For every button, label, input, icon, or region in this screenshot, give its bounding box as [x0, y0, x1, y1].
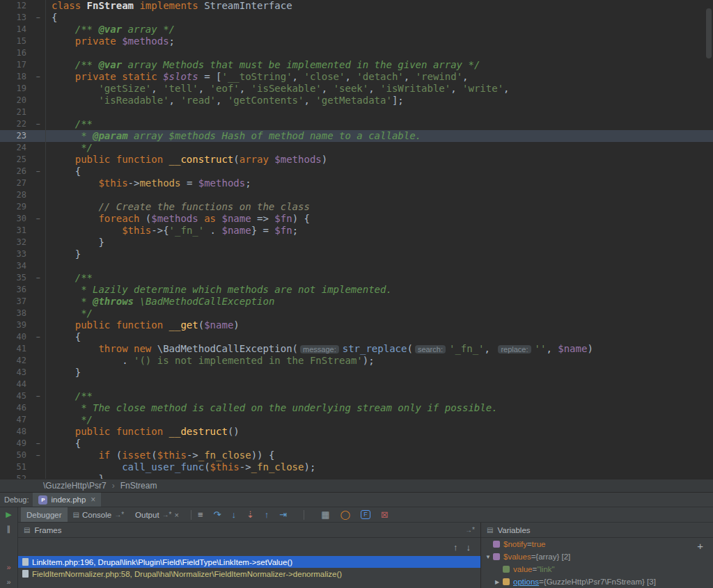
code-line[interactable]: 25 public function __construct(array $me… [0, 154, 713, 166]
line-number[interactable]: 17 [0, 59, 31, 71]
debug-tab-output[interactable]: Output→*× [130, 507, 185, 522]
scroll-to-end-icon[interactable]: →* [465, 526, 475, 534]
code-line[interactable]: 28 [0, 189, 713, 201]
frame-row[interactable]: FieldItemNormalizer.php:58, Drupal\hal\N… [18, 568, 480, 580]
line-number[interactable]: 50 [0, 450, 31, 461]
code-line[interactable]: 20 'isReadable', 'read', 'getContents', … [0, 95, 713, 106]
step-over-icon[interactable]: ↷ [214, 510, 221, 520]
code-line[interactable]: 29 // Create the functions on the class [0, 201, 713, 213]
fold-marker-icon[interactable]: − [31, 71, 46, 83]
line-number[interactable]: 37 [0, 296, 31, 308]
fold-marker-icon[interactable]: − [31, 390, 46, 402]
line-number[interactable]: 23 [0, 130, 31, 142]
fold-marker-icon[interactable]: − [31, 272, 46, 284]
line-number[interactable]: 40 [0, 331, 31, 343]
code-line[interactable]: 36 * Lazily determine which methods are … [0, 284, 713, 296]
code-line[interactable]: 51 call_user_func($this->_fn_close); [0, 461, 713, 473]
code-line[interactable]: 16 [0, 47, 713, 59]
line-number[interactable]: 31 [0, 225, 31, 237]
previous-frame-icon[interactable]: ↑ [453, 542, 458, 553]
code-line[interactable]: 19 'getSize', 'tell', 'eof', 'isSeekable… [0, 83, 713, 95]
orange-ring-icon[interactable]: ◯ [340, 510, 351, 520]
code-line[interactable]: 24 */ [0, 142, 713, 154]
line-number[interactable]: 39 [0, 319, 31, 331]
variable-row[interactable]: value = "link" [481, 563, 713, 575]
line-number[interactable]: 46 [0, 402, 31, 414]
fold-marker-icon[interactable]: − [31, 118, 46, 130]
code-line[interactable]: 44 [0, 379, 713, 390]
close-icon[interactable]: × [175, 511, 179, 519]
line-number[interactable]: 16 [0, 47, 31, 59]
fold-marker-icon[interactable]: − [31, 450, 46, 461]
code-line[interactable]: 45− /** [0, 390, 713, 402]
code-line[interactable]: 18− private static $slots = ['__toString… [0, 71, 713, 83]
code-line[interactable]: 38 */ [0, 308, 713, 319]
line-number[interactable]: 18 [0, 71, 31, 83]
line-number[interactable]: 27 [0, 177, 31, 189]
f-badge-icon[interactable]: F [361, 510, 370, 519]
code-line[interactable]: 22− /** [0, 118, 713, 130]
line-number[interactable]: 33 [0, 248, 31, 260]
step-into-icon[interactable]: ↓ [231, 510, 236, 520]
code-line[interactable]: 31 $this->{'_fn_' . $name} = $fn; [0, 225, 713, 237]
code-line[interactable]: 34 [0, 260, 713, 272]
code-line[interactable]: 47 */ [0, 414, 713, 426]
code-line[interactable]: 15 private $methods; [0, 35, 713, 47]
line-number[interactable]: 22 [0, 118, 31, 130]
line-number[interactable]: 28 [0, 189, 31, 201]
line-number[interactable]: 45 [0, 390, 31, 402]
mute-breakpoints-icon[interactable]: » [6, 578, 10, 586]
red-square-icon[interactable]: ⊠ [381, 510, 389, 520]
line-number[interactable]: 52 [0, 473, 31, 479]
code-line[interactable]: 32 } [0, 237, 713, 248]
line-number[interactable]: 14 [0, 24, 31, 35]
line-number[interactable]: 42 [0, 355, 31, 367]
force-step-into-icon[interactable]: ⇣ [246, 510, 254, 520]
code-line[interactable]: 35− /** [0, 272, 713, 284]
code-line[interactable]: 23 * @param array $methods Hash of metho… [0, 130, 713, 142]
code-line[interactable]: 42 . '() is not implemented in the FnStr… [0, 355, 713, 367]
line-number[interactable]: 24 [0, 142, 31, 154]
variable-row[interactable]: ▼$values = {array} [2] [481, 550, 713, 563]
line-number[interactable]: 30 [0, 213, 31, 225]
pause-icon[interactable]: ∥ [7, 525, 11, 533]
view-as-grid-icon[interactable]: ▦ [321, 510, 329, 520]
line-number[interactable]: 38 [0, 308, 31, 319]
view-breakpoints-icon[interactable]: » [6, 563, 10, 571]
line-number[interactable]: 25 [0, 154, 31, 166]
code-line[interactable]: 30− foreach ($methods as $name => $fn) { [0, 213, 713, 225]
code-editor[interactable]: 12class FnStream implements StreamInterf… [0, 0, 713, 479]
line-number[interactable]: 48 [0, 426, 31, 438]
code-line[interactable]: 21 [0, 106, 713, 118]
debug-tab-console[interactable]: ▤Console→* [68, 507, 130, 522]
next-frame-icon[interactable]: ↓ [467, 542, 471, 553]
line-number[interactable]: 29 [0, 201, 31, 213]
line-number[interactable]: 41 [0, 343, 31, 355]
code-line[interactable]: 33 } [0, 248, 713, 260]
fold-marker-icon[interactable]: − [31, 438, 46, 450]
line-number[interactable]: 20 [0, 95, 31, 106]
line-number[interactable]: 13 [0, 12, 31, 24]
code-line[interactable]: 27 $this->methods = $methods; [0, 177, 713, 189]
variable-row[interactable]: $notify = true [481, 538, 713, 550]
line-number[interactable]: 15 [0, 35, 31, 47]
fold-marker-icon[interactable]: − [31, 331, 46, 343]
line-number[interactable]: 32 [0, 237, 31, 248]
code-line[interactable]: 41 throw new \BadMethodCallException(mes… [0, 343, 713, 355]
resume-icon[interactable]: ▶ [6, 510, 11, 518]
code-line[interactable]: 49− { [0, 438, 713, 450]
scroll-to-end-icon[interactable]: →* [114, 511, 124, 518]
line-number[interactable]: 34 [0, 260, 31, 272]
code-line[interactable]: 43 } [0, 367, 713, 379]
line-number[interactable]: 19 [0, 83, 31, 95]
line-number[interactable]: 12 [0, 0, 31, 12]
editor-scrollbar[interactable] [706, 8, 712, 58]
code-line[interactable]: 14 /** @var array */ [0, 24, 713, 35]
line-number[interactable]: 49 [0, 438, 31, 450]
line-number[interactable]: 47 [0, 414, 31, 426]
code-line[interactable]: 37 * @throws \BadMethodCallException [0, 296, 713, 308]
code-line[interactable]: 46 * The close method is called on the u… [0, 402, 713, 414]
fold-marker-icon[interactable]: − [31, 213, 46, 225]
close-icon[interactable]: × [91, 495, 95, 504]
run-to-cursor-icon[interactable]: ⇥ [279, 510, 287, 520]
